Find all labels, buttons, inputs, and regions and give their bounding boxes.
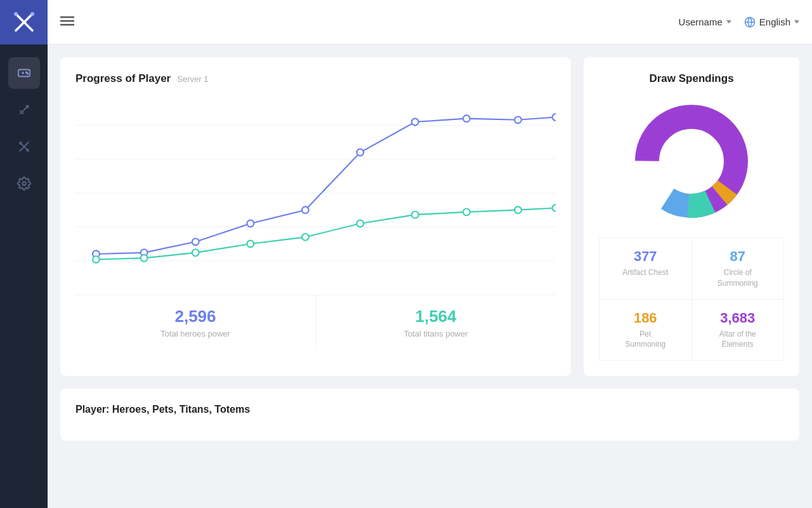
svg-point-35 bbox=[463, 115, 470, 122]
svg-point-41 bbox=[247, 241, 254, 248]
sidebar-item-battle[interactable] bbox=[8, 131, 40, 163]
svg-point-32 bbox=[302, 206, 309, 213]
svg-point-38 bbox=[93, 256, 100, 263]
altar-label: Altar of theElements bbox=[702, 329, 774, 351]
titans-value: 1,564 bbox=[327, 307, 544, 326]
username-label: Username bbox=[679, 17, 723, 27]
sword-icon bbox=[17, 103, 31, 117]
spendings-card: Draw Spendings bbox=[584, 57, 799, 376]
svg-line-11 bbox=[20, 110, 21, 112]
language-chevron-icon bbox=[794, 20, 799, 23]
svg-point-31 bbox=[247, 220, 254, 227]
spendings-grid: 377 Artifact Chest 87 Circle ofSummoning… bbox=[599, 237, 784, 361]
svg-point-34 bbox=[412, 119, 419, 126]
language-button[interactable]: English bbox=[744, 17, 799, 28]
line-chart bbox=[75, 91, 556, 295]
globe-icon bbox=[744, 17, 756, 28]
titans-label: Total titans power bbox=[327, 329, 544, 338]
svg-point-3 bbox=[30, 12, 34, 16]
svg-point-33 bbox=[357, 149, 363, 156]
svg-point-46 bbox=[514, 206, 521, 213]
progress-title: Progress of Player bbox=[75, 72, 171, 85]
spending-artifact: 377 Artifact Chest bbox=[599, 238, 692, 300]
pet-label: PetSummoning bbox=[610, 329, 681, 351]
svg-point-43 bbox=[357, 220, 363, 227]
spending-circle: 87 Circle ofSummoning bbox=[692, 238, 785, 300]
chart-area bbox=[75, 91, 556, 295]
sidebar-item-weapons[interactable] bbox=[8, 94, 40, 126]
menu-icon[interactable] bbox=[60, 15, 74, 29]
main-wrapper: Username English Progress of Player Se bbox=[48, 0, 812, 508]
top-row: Progress of Player Server 1 bbox=[60, 57, 799, 376]
hamburger-icon bbox=[60, 15, 74, 27]
logo-icon bbox=[12, 10, 36, 34]
svg-point-39 bbox=[141, 255, 148, 262]
gear-icon bbox=[17, 177, 31, 190]
circle-label: Circle ofSummoning bbox=[702, 267, 774, 289]
sidebar-logo bbox=[0, 0, 48, 44]
artifact-value: 377 bbox=[610, 248, 681, 265]
sidebar-nav bbox=[0, 57, 48, 199]
spending-pet: 186 PetSummoning bbox=[599, 300, 692, 361]
svg-point-9 bbox=[27, 73, 28, 74]
svg-point-47 bbox=[553, 204, 556, 211]
svg-point-45 bbox=[463, 209, 470, 216]
svg-point-44 bbox=[412, 211, 419, 218]
sidebar-item-dashboard[interactable] bbox=[8, 57, 40, 89]
artifact-label: Artifact Chest bbox=[610, 267, 681, 278]
heroes-label: Total heroes power bbox=[87, 329, 304, 338]
svg-point-40 bbox=[192, 250, 199, 257]
svg-point-30 bbox=[192, 238, 199, 245]
bottom-card: Player: Heroes, Pets, Titans, Totems bbox=[60, 389, 799, 441]
stats-row: 2,596 Total heroes power 1,564 Total tit… bbox=[75, 295, 556, 350]
crossed-swords-icon bbox=[17, 140, 31, 154]
stat-heroes: 2,596 Total heroes power bbox=[75, 295, 316, 350]
pet-value: 186 bbox=[610, 310, 681, 326]
svg-point-17 bbox=[22, 182, 26, 185]
sidebar bbox=[0, 0, 48, 508]
progress-subtitle: Server 1 bbox=[177, 74, 208, 84]
altar-value: 3,683 bbox=[702, 310, 774, 326]
username-button[interactable]: Username bbox=[679, 17, 731, 27]
heroes-value: 2,596 bbox=[87, 307, 304, 326]
svg-line-10 bbox=[20, 106, 28, 114]
svg-line-12 bbox=[22, 113, 23, 114]
svg-point-2 bbox=[14, 12, 18, 16]
header-right: Username English bbox=[679, 17, 799, 28]
content: Progress of Player Server 1 bbox=[48, 44, 812, 508]
donut-wrapper bbox=[599, 98, 784, 225]
svg-rect-4 bbox=[22, 22, 26, 23]
sidebar-item-settings[interactable] bbox=[8, 168, 40, 199]
progress-card: Progress of Player Server 1 bbox=[60, 57, 571, 376]
username-chevron-icon bbox=[726, 20, 731, 23]
spending-altar: 3,683 Altar of theElements bbox=[692, 300, 785, 361]
svg-point-36 bbox=[514, 116, 521, 123]
donut-chart bbox=[628, 98, 755, 225]
header: Username English bbox=[48, 0, 812, 44]
svg-point-52 bbox=[660, 130, 723, 193]
spendings-title: Draw Spendings bbox=[599, 72, 784, 85]
gamepad-icon bbox=[17, 66, 31, 80]
svg-point-37 bbox=[553, 114, 556, 121]
bottom-title: Player: Heroes, Pets, Titans, Totems bbox=[75, 404, 784, 415]
stat-titans: 1,564 Total titans power bbox=[316, 295, 556, 350]
language-label: English bbox=[759, 17, 790, 27]
svg-point-42 bbox=[302, 234, 309, 241]
circle-value: 87 bbox=[702, 248, 774, 265]
